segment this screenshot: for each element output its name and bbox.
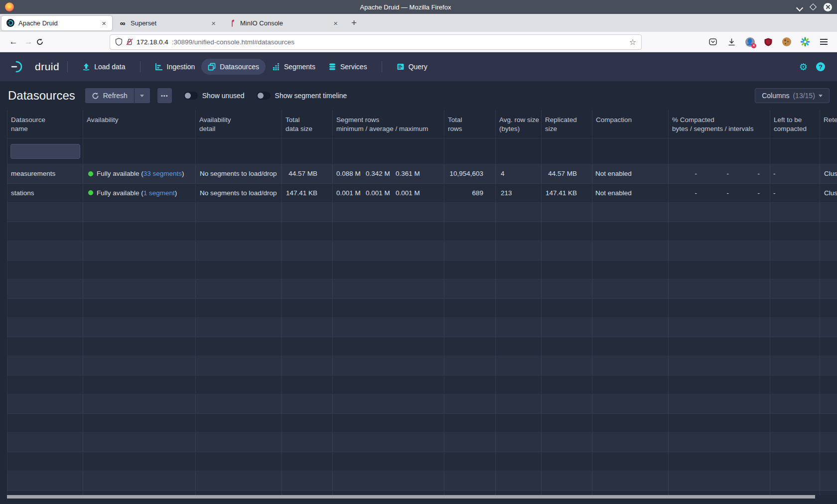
- column-header[interactable]: Datasourcename: [7, 110, 83, 138]
- table-cell: [496, 260, 542, 279]
- url-bar[interactable]: 172.18.0.4:30899/unified-console.html#da…: [110, 34, 642, 50]
- show-segment-timeline-toggle[interactable]: [257, 92, 271, 100]
- tab-close-icon[interactable]: ×: [101, 19, 107, 27]
- table-cell: [820, 376, 837, 394]
- table-cell: [669, 337, 770, 356]
- nav-separator: [67, 61, 68, 72]
- pocket-icon[interactable]: [707, 36, 718, 47]
- downloads-icon[interactable]: [726, 36, 737, 47]
- filter-cell: [669, 138, 770, 164]
- total-data-size: 147.41 KB: [286, 189, 317, 197]
- back-icon[interactable]: ←: [6, 37, 21, 47]
- nav-item-services[interactable]: Services: [322, 59, 374, 75]
- table-cell: [496, 203, 542, 222]
- table-cell: [83, 337, 196, 356]
- column-header[interactable]: Totaldata size: [282, 110, 333, 138]
- tab-apache-druid[interactable]: Apache Druid ×: [1, 16, 112, 30]
- druid-favicon: [6, 19, 14, 27]
- table-cell: [592, 203, 669, 222]
- table-cell: [820, 433, 837, 452]
- table-cell: [444, 318, 496, 337]
- table-cell: [669, 260, 770, 279]
- reload-icon[interactable]: [36, 38, 51, 46]
- nav-item-load-data[interactable]: Load data: [76, 59, 132, 75]
- table-cell: [282, 376, 333, 394]
- column-header[interactable]: Availabilitydetail: [196, 110, 282, 138]
- table-cell: [196, 299, 282, 318]
- tab-close-icon[interactable]: ×: [210, 19, 217, 27]
- column-header[interactable]: Left to becompacted: [770, 110, 820, 138]
- nav-item-query[interactable]: Query: [390, 59, 434, 75]
- forward-icon[interactable]: →: [21, 37, 36, 47]
- refresh-dropdown-button[interactable]: [135, 88, 150, 103]
- column-header[interactable]: Segment rowsminimum / average / maximum: [333, 110, 444, 138]
- table-cell: [196, 471, 282, 490]
- gear-icon[interactable]: ⚙: [799, 62, 808, 72]
- upload-icon: [82, 63, 90, 71]
- table-row[interactable]: stationsFully available (1 segment)No se…: [7, 184, 837, 203]
- nav-item-label: Query: [409, 63, 427, 71]
- extension-pinwheel-icon[interactable]: [800, 36, 811, 47]
- filter-cell: [196, 138, 282, 164]
- window-close-button[interactable]: [824, 3, 832, 11]
- new-tab-button[interactable]: +: [345, 17, 363, 28]
- tab-close-icon[interactable]: ×: [332, 19, 339, 27]
- tab-minio-console[interactable]: MinIO Console ×: [223, 16, 344, 30]
- column-header[interactable]: Retention: [820, 110, 837, 138]
- table-cell: [592, 452, 669, 471]
- table-cell: [83, 299, 196, 318]
- table-cell: [770, 203, 820, 222]
- table-cell: [669, 471, 770, 490]
- datasource-name-filter-input[interactable]: [10, 144, 80, 159]
- table-cell: [496, 414, 542, 433]
- nav-item-ingestion[interactable]: Ingestion: [148, 59, 202, 75]
- avg-row-size: 4: [501, 170, 505, 177]
- insecure-lock-icon[interactable]: [126, 38, 133, 46]
- page-header: Datasources Refresh ••• Show unused Show…: [0, 81, 837, 110]
- nav-item-datasources[interactable]: Datasources: [201, 59, 266, 75]
- column-header[interactable]: Replicatedsize: [542, 110, 592, 138]
- refresh-button[interactable]: Refresh: [85, 88, 134, 103]
- table-cell: [333, 433, 444, 452]
- table-cell: [496, 376, 542, 394]
- window-maximize-button[interactable]: [810, 3, 817, 10]
- menu-icon[interactable]: [818, 36, 829, 47]
- table-cell: [496, 241, 542, 260]
- table-cell: ---: [669, 184, 770, 203]
- column-header[interactable]: Compaction: [592, 110, 669, 138]
- table-cell: [196, 452, 282, 471]
- help-icon[interactable]: ?: [816, 62, 825, 71]
- nav-item-segments[interactable]: Segments: [266, 59, 322, 75]
- window-minimize-button[interactable]: [797, 4, 803, 10]
- horizontal-scrollbar-thumb[interactable]: [7, 495, 815, 499]
- table-cell: [669, 376, 770, 394]
- empty-table-row: [7, 394, 837, 414]
- tab-superset[interactable]: ∞ Superset ×: [114, 16, 222, 30]
- segments-link[interactable]: 1 segment: [143, 189, 175, 197]
- table-cell: [542, 222, 592, 241]
- table-cell: [282, 241, 333, 260]
- druid-logo[interactable]: druid: [10, 59, 59, 74]
- column-header[interactable]: Availability: [83, 110, 196, 138]
- table-cell: [542, 318, 592, 337]
- table-cell: [592, 491, 669, 496]
- column-header[interactable]: % Compactedbytes / segments / intervals: [669, 110, 770, 138]
- table-cell: 0.088 M0.342 M0.361 M: [333, 164, 444, 183]
- table-cell: -: [770, 184, 820, 203]
- cookie-icon[interactable]: [781, 36, 792, 47]
- screen: Apache Druid — Mozilla Firefox Apache Dr…: [0, 0, 837, 504]
- show-unused-toggle[interactable]: [184, 92, 198, 100]
- tracking-shield-icon[interactable]: [115, 38, 123, 46]
- toggle-knob: [185, 93, 191, 99]
- account-icon[interactable]: 👤 ✕: [744, 36, 755, 47]
- ublock-shield-icon[interactable]: [763, 36, 774, 47]
- table-cell: [770, 376, 820, 394]
- more-actions-button[interactable]: •••: [157, 88, 172, 103]
- column-header[interactable]: Totalrows: [444, 110, 496, 138]
- table-row[interactable]: measurementsFully available (33 segments…: [7, 164, 837, 184]
- bookmark-star-icon[interactable]: ☆: [629, 37, 636, 47]
- columns-button[interactable]: Columns (13/15): [755, 88, 830, 103]
- column-header[interactable]: Avg. row size(bytes): [496, 110, 542, 138]
- segments-link[interactable]: 33 segments: [143, 170, 182, 177]
- table-cell: [770, 433, 820, 452]
